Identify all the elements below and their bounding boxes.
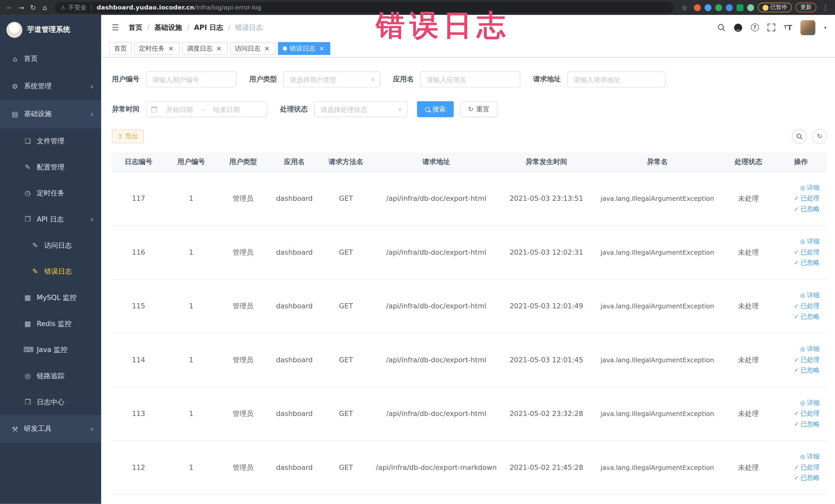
refresh-table-button[interactable]: ↻: [812, 129, 827, 144]
fullscreen-icon[interactable]: [767, 23, 775, 31]
sidebar-item-java-monitor[interactable]: ⌨ Java 监控: [0, 337, 101, 363]
detail-link[interactable]: ◎详细: [800, 291, 820, 300]
sidebar-item-api-log[interactable]: ❐ API 日志 ∧: [0, 206, 101, 233]
hamburger-icon[interactable]: ☰: [107, 23, 123, 32]
cell-status: 未处理: [722, 441, 775, 495]
detail-link[interactable]: ◎详细: [800, 452, 820, 461]
ignored-link[interactable]: ✓已忽略: [794, 366, 820, 375]
ignored-link[interactable]: ✓已忽略: [794, 258, 820, 267]
tab-scheduled-jobs[interactable]: 定时任务 ×: [134, 42, 179, 55]
bookmark-star-icon[interactable]: ☆: [679, 2, 690, 13]
filter-label-process-status: 处理状态: [280, 104, 308, 114]
ignored-link[interactable]: ✓已忽略: [794, 312, 820, 321]
user-type-select-input[interactable]: [283, 72, 381, 87]
browser-forward-icon[interactable]: →: [16, 2, 26, 13]
processed-link[interactable]: ✓已处理: [794, 463, 820, 472]
github-icon[interactable]: [734, 23, 742, 32]
column-header-exception: 异常名: [592, 152, 722, 172]
processed-link[interactable]: ✓已处理: [794, 409, 820, 418]
cell-url: /api/infra/db-doc/export-html: [372, 387, 501, 441]
user-type-select[interactable]: ∨: [283, 72, 381, 87]
chevron-down-icon: ∨: [90, 83, 94, 89]
sidebar-item-system[interactable]: ⚙ 系统管理 ∨: [0, 73, 101, 100]
table-row: 113 1 管理员 dashboard GET /api/infra/db-do…: [112, 387, 827, 441]
sidebar-item-infrastructure[interactable]: ▤ 基础设施 ∧: [0, 100, 101, 128]
sidebar-menu: ⌂ 首页 ⚙ 系统管理 ∨ ▤ 基础设施 ∧ ❏ 文件管理: [0, 45, 101, 443]
search-button[interactable]: 搜索: [417, 101, 453, 117]
close-icon[interactable]: ×: [215, 45, 223, 52]
archive-icon: ❒: [23, 398, 32, 406]
ignored-link[interactable]: ✓已忽略: [794, 420, 820, 429]
sidebar-item-label: 错误日志: [44, 266, 101, 276]
browser-refresh-icon[interactable]: ↻: [28, 2, 38, 13]
extension-icon-5[interactable]: [736, 4, 743, 11]
extension-icon-4[interactable]: [726, 4, 733, 11]
export-button[interactable]: ↥ 导出: [112, 129, 144, 143]
avatar[interactable]: [801, 20, 815, 35]
detail-link[interactable]: ◎详细: [800, 399, 820, 407]
processed-link[interactable]: ✓已处理: [794, 355, 820, 364]
logo[interactable]: 芋道管理系统: [0, 15, 101, 45]
request-url-input[interactable]: [567, 72, 666, 87]
tab-access-log[interactable]: 访问日志 ×: [230, 42, 275, 55]
process-status-select-input[interactable]: [314, 101, 407, 117]
update-button[interactable]: 更新: [796, 3, 816, 12]
detail-link[interactable]: ◎详细: [800, 183, 820, 192]
paused-badge[interactable]: 已暂停: [757, 3, 792, 12]
tab-error-log[interactable]: 错误日志 ×: [278, 42, 330, 55]
sidebar-item-redis-monitor[interactable]: ▩ Redis 监控: [0, 311, 101, 337]
breadcrumb-home[interactable]: 首页: [128, 23, 142, 32]
font-size-icon[interactable]: TT: [784, 23, 792, 32]
browser-back-icon[interactable]: ←: [4, 2, 15, 13]
processed-link[interactable]: ✓已处理: [794, 194, 820, 203]
security-warning-label: 不安全: [68, 3, 86, 11]
tab-home[interactable]: 首页: [109, 42, 131, 55]
sidebar-item-file-management[interactable]: ❏ 文件管理: [0, 128, 101, 154]
avatar-caret-icon[interactable]: ▾: [824, 25, 827, 30]
sidebar-item-home[interactable]: ⌂ 首页: [0, 45, 101, 73]
extension-icon-1[interactable]: [694, 4, 700, 11]
close-icon[interactable]: ×: [263, 45, 270, 52]
ignored-link[interactable]: ✓已忽略: [794, 473, 820, 482]
process-status-select[interactable]: ∨: [314, 101, 407, 117]
reset-button[interactable]: ↻ 重置: [460, 101, 497, 117]
check-icon: ✓: [794, 195, 799, 202]
sidebar-item-scheduled-jobs[interactable]: ◷ 定时任务: [0, 180, 101, 206]
sidebar-item-trace[interactable]: ◎ 链路追踪: [0, 363, 101, 389]
sidebar-item-config-management[interactable]: ✎ 配置管理: [0, 154, 101, 180]
sidebar: 芋道管理系统 ⌂ 首页 ⚙ 系统管理 ∨ ▤ 基础设施 ∧ ❏: [0, 15, 101, 504]
processed-link[interactable]: ✓已处理: [794, 248, 820, 257]
ignored-link[interactable]: ✓已忽略: [794, 205, 820, 214]
close-icon[interactable]: ×: [167, 45, 175, 52]
cell-log-id: 113: [112, 387, 165, 441]
user-id-input[interactable]: [146, 72, 237, 87]
sidebar-item-dev-tools[interactable]: ⚒ 研发工具 ∨: [0, 415, 101, 443]
refresh-icon: ↻: [468, 105, 474, 113]
toggle-search-button[interactable]: [792, 129, 807, 144]
app-name-input[interactable]: [420, 72, 520, 87]
sidebar-item-mysql-monitor[interactable]: ▦ MySQL 监控: [0, 284, 101, 311]
tab-label: 访问日志: [235, 44, 261, 53]
end-date-input[interactable]: [206, 105, 247, 113]
extension-icon-6[interactable]: [747, 4, 754, 11]
start-date-input[interactable]: [159, 105, 200, 113]
browser-address-bar[interactable]: ⚠ 不安全 dashboard.yudao.iocoder.cn/infra/l…: [55, 2, 674, 13]
tab-dispatch-log[interactable]: 调度日志 ×: [182, 42, 227, 55]
browser-menu-icon[interactable]: ⋮: [820, 2, 831, 13]
sidebar-item-log-center[interactable]: ❒ 日志中心: [0, 389, 101, 415]
exception-time-range[interactable]: -: [146, 101, 267, 117]
detail-link[interactable]: ◎详细: [800, 345, 820, 354]
browser-home-icon[interactable]: ⌂: [40, 2, 50, 13]
detail-link[interactable]: ◎详细: [800, 237, 820, 246]
help-icon[interactable]: ?: [751, 23, 759, 31]
processed-link[interactable]: ✓已处理: [794, 301, 820, 310]
breadcrumb-api-log[interactable]: API 日志: [194, 23, 223, 32]
sidebar-item-access-log[interactable]: ✎ 访问日志: [0, 233, 101, 259]
search-icon[interactable]: [717, 23, 725, 31]
cell-log-id: 115: [112, 279, 165, 333]
extension-icon-2[interactable]: [704, 4, 711, 11]
close-icon[interactable]: ×: [318, 45, 325, 52]
breadcrumb-infrastructure[interactable]: 基础设施: [154, 23, 182, 32]
extension-icon-3[interactable]: [715, 4, 722, 11]
sidebar-item-error-log[interactable]: ✎ 错误日志: [0, 258, 101, 284]
